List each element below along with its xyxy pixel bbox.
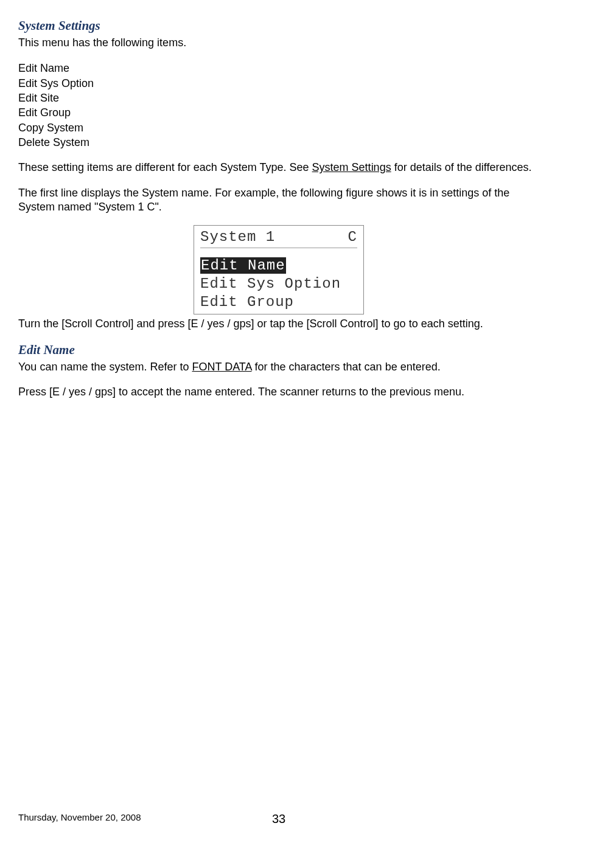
- footer-date: Thursday, November 20, 2008: [18, 812, 141, 822]
- display-selected-item: Edit Name: [200, 257, 286, 274]
- text-fragment: for the characters that can be entered.: [252, 361, 441, 373]
- paragraph-first-line: The first line displays the System name.…: [18, 186, 539, 215]
- list-item: Edit Sys Option: [18, 76, 539, 91]
- menu-item-list: Edit Name Edit Sys Option Edit Site Edit…: [18, 61, 539, 150]
- list-item: Edit Group: [18, 105, 539, 120]
- lcd-display: System 1 C Edit Name Edit Sys Option Edi…: [194, 225, 364, 314]
- heading-system-settings: System Settings: [18, 18, 539, 33]
- link-system-settings[interactable]: System Settings: [312, 161, 391, 173]
- text-fragment: You can name the system. Refer to: [18, 361, 192, 373]
- link-font-data[interactable]: FONT DATA: [192, 361, 252, 373]
- text-fragment: for details of the differences.: [391, 161, 532, 173]
- paragraph-differences: These setting items are different for ea…: [18, 161, 539, 175]
- display-item: Edit Sys Option: [200, 275, 357, 293]
- display-item: Edit Group: [200, 293, 357, 311]
- paragraph-accept: Press [E / yes / gps] to accept the name…: [18, 385, 539, 399]
- list-item: Delete System: [18, 135, 539, 150]
- display-system-name: System 1: [200, 228, 275, 246]
- list-item: Copy System: [18, 120, 539, 135]
- intro-text: This menu has the following items.: [18, 36, 539, 50]
- text-fragment: These setting items are different for ea…: [18, 161, 312, 173]
- list-item: Edit Name: [18, 61, 539, 75]
- paragraph-scroll-instruction: Turn the [Scroll Control] and press [E /…: [18, 317, 539, 331]
- heading-edit-name: Edit Name: [18, 342, 539, 358]
- page-number: 33: [272, 812, 285, 826]
- display-type-code: C: [348, 228, 357, 246]
- list-item: Edit Site: [18, 91, 539, 105]
- paragraph-edit-name: You can name the system. Refer to FONT D…: [18, 360, 539, 374]
